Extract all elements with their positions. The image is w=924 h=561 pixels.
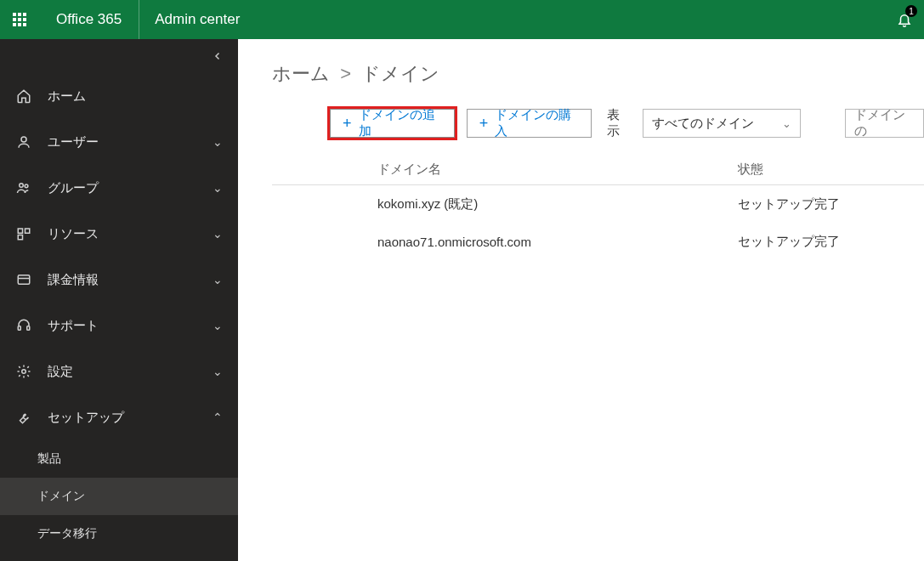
- breadcrumb-current: ドメイン: [361, 63, 439, 84]
- breadcrumb-home[interactable]: ホーム: [272, 63, 330, 84]
- domain-filter-dropdown[interactable]: すべてのドメイン ⌄: [643, 109, 801, 138]
- sidebar-sub-products[interactable]: 製品: [0, 440, 238, 478]
- sidebar-item-users[interactable]: ユーザー ⌄: [0, 119, 238, 165]
- domain-search-input[interactable]: ドメインの: [845, 109, 924, 138]
- app-launcher-button[interactable]: [0, 0, 39, 39]
- svg-rect-7: [18, 326, 20, 331]
- sidebar-item-label: 課金情報: [48, 272, 213, 288]
- sidebar-item-label: ユーザー: [48, 134, 213, 150]
- cell-domain-status: セットアップ完了: [738, 234, 924, 250]
- sidebar-sub-label: データ移行: [37, 526, 97, 541]
- show-label: 表示: [607, 107, 631, 139]
- chevron-down-icon: ⌄: [782, 117, 791, 130]
- gear-icon: [15, 363, 32, 380]
- chevron-down-icon: ⌄: [213, 365, 223, 378]
- dropdown-value: すべてのドメイン: [652, 116, 754, 132]
- notifications-button[interactable]: 1: [885, 0, 924, 39]
- home-icon: [15, 88, 32, 105]
- search-placeholder: ドメインの: [854, 107, 915, 139]
- chevron-left-icon: [213, 51, 223, 61]
- chevron-down-icon: ⌄: [213, 273, 223, 286]
- sidebar-item-label: サポート: [48, 318, 213, 334]
- svg-point-9: [22, 370, 26, 374]
- sidebar-item-label: 設定: [48, 364, 213, 380]
- billing-icon: [15, 271, 32, 288]
- resource-icon: [15, 225, 32, 242]
- svg-point-1: [20, 184, 24, 188]
- chevron-down-icon: ⌄: [213, 135, 223, 149]
- cell-domain-status: セットアップ完了: [738, 196, 924, 212]
- sidebar-item-resources[interactable]: リソース ⌄: [0, 211, 238, 257]
- column-header-name[interactable]: ドメイン名: [330, 162, 738, 178]
- notification-badge: 1: [905, 5, 917, 17]
- button-label: ドメインの追加: [359, 107, 442, 139]
- chevron-up-icon: ⌃: [213, 411, 223, 424]
- topbar: Office 365 Admin center 1: [0, 0, 924, 39]
- svg-rect-6: [18, 275, 30, 285]
- column-header-status[interactable]: 状態: [738, 162, 924, 178]
- area-title: Admin center: [139, 11, 255, 28]
- waffle-icon: [13, 13, 26, 26]
- sidebar-sub-label: 製品: [37, 451, 61, 467]
- wrench-icon: [15, 409, 32, 426]
- cell-domain-name: naonao71.onmicrosoft.com: [330, 235, 738, 249]
- user-icon: [15, 133, 32, 150]
- sidebar-item-label: セットアップ: [48, 410, 213, 426]
- sidebar-item-groups[interactable]: グループ ⌄: [0, 165, 238, 211]
- collapse-sidebar-button[interactable]: [0, 39, 238, 73]
- sidebar-item-label: ホーム: [48, 88, 223, 105]
- svg-rect-3: [18, 229, 22, 233]
- chevron-down-icon: ⌄: [213, 227, 223, 241]
- plus-icon: +: [343, 116, 352, 131]
- table-row[interactable]: kokomi.xyz (既定) セットアップ完了: [272, 185, 924, 223]
- sidebar-item-label: リソース: [48, 226, 213, 242]
- sidebar-sub-domains[interactable]: ドメイン: [0, 478, 238, 515]
- table-header: ドメイン名 状態: [272, 162, 924, 185]
- main-content: ホーム > ドメイン + ドメインの追加 + ドメインの購入 表示 すべてのドメ…: [238, 39, 924, 561]
- headset-icon: [15, 317, 32, 334]
- brand-title[interactable]: Office 365: [39, 0, 139, 39]
- chevron-down-icon: ⌄: [213, 319, 223, 332]
- sidebar-item-home[interactable]: ホーム: [0, 73, 238, 119]
- plus-icon: +: [479, 116, 489, 131]
- sidebar: ホーム ユーザー ⌄ グループ ⌄ リソース ⌄ 課金情報 ⌄ サポート ⌄: [0, 39, 238, 561]
- add-domain-button[interactable]: + ドメインの追加: [330, 109, 455, 138]
- sidebar-item-label: グループ: [48, 180, 213, 196]
- sidebar-item-settings[interactable]: 設定 ⌄: [0, 348, 238, 394]
- table-row[interactable]: naonao71.onmicrosoft.com セットアップ完了: [272, 223, 924, 260]
- svg-rect-4: [26, 229, 30, 233]
- svg-point-0: [21, 137, 26, 142]
- sidebar-item-setup[interactable]: セットアップ ⌃: [0, 394, 238, 440]
- svg-rect-8: [27, 326, 30, 331]
- group-icon: [15, 179, 32, 196]
- svg-rect-5: [18, 235, 22, 240]
- breadcrumb: ホーム > ドメイン: [272, 61, 924, 87]
- svg-point-2: [25, 184, 28, 188]
- button-label: ドメインの購入: [495, 107, 578, 139]
- cell-domain-name: kokomi.xyz (既定): [330, 196, 738, 212]
- breadcrumb-separator: >: [340, 63, 351, 84]
- chevron-down-icon: ⌄: [213, 181, 223, 195]
- toolbar: + ドメインの追加 + ドメインの購入 表示 すべてのドメイン ⌄ ドメインの: [272, 107, 924, 139]
- sidebar-item-billing[interactable]: 課金情報 ⌄: [0, 257, 238, 303]
- sidebar-sub-label: ドメイン: [37, 489, 85, 504]
- sidebar-sub-data-migration[interactable]: データ移行: [0, 515, 238, 552]
- buy-domain-button[interactable]: + ドメインの購入: [467, 109, 592, 138]
- sidebar-item-support[interactable]: サポート ⌄: [0, 303, 238, 348]
